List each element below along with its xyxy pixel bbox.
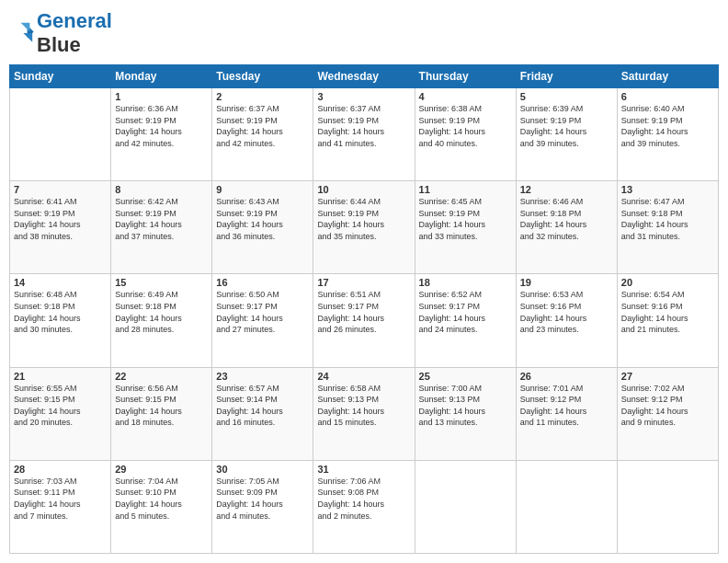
- calendar-cell: 17Sunrise: 6:51 AM Sunset: 9:17 PM Dayli…: [313, 274, 415, 367]
- day-info: Sunrise: 6:52 AM Sunset: 9:17 PM Dayligh…: [419, 289, 512, 335]
- calendar-week-row: 7Sunrise: 6:41 AM Sunset: 9:19 PM Daylig…: [10, 181, 719, 274]
- calendar-cell: 18Sunrise: 6:52 AM Sunset: 9:17 PM Dayli…: [415, 274, 516, 367]
- day-info: Sunrise: 7:03 AM Sunset: 9:11 PM Dayligh…: [14, 476, 107, 522]
- day-number: 26: [520, 371, 613, 382]
- weekday-header-cell: Sunday: [10, 65, 111, 88]
- calendar-cell: 31Sunrise: 7:06 AM Sunset: 9:08 PM Dayli…: [313, 460, 415, 553]
- calendar-week-row: 14Sunrise: 6:48 AM Sunset: 9:18 PM Dayli…: [10, 274, 719, 367]
- day-info: Sunrise: 6:41 AM Sunset: 9:19 PM Dayligh…: [14, 196, 107, 242]
- logo-icon: [9, 20, 35, 46]
- day-info: Sunrise: 6:46 AM Sunset: 9:18 PM Dayligh…: [520, 196, 613, 242]
- calendar-week-row: 21Sunrise: 6:55 AM Sunset: 9:15 PM Dayli…: [10, 367, 719, 460]
- calendar-cell: 29Sunrise: 7:04 AM Sunset: 9:10 PM Dayli…: [111, 460, 212, 553]
- day-number: 30: [216, 464, 309, 475]
- weekday-header-cell: Monday: [111, 65, 212, 88]
- day-info: Sunrise: 6:42 AM Sunset: 9:19 PM Dayligh…: [115, 196, 208, 242]
- day-info: Sunrise: 6:50 AM Sunset: 9:17 PM Dayligh…: [216, 289, 309, 335]
- day-info: Sunrise: 6:37 AM Sunset: 9:19 PM Dayligh…: [317, 103, 410, 149]
- calendar-cell: [415, 460, 516, 553]
- day-number: 25: [419, 371, 512, 382]
- day-number: 23: [216, 371, 309, 382]
- day-number: 2: [216, 91, 309, 102]
- calendar-cell: 9Sunrise: 6:43 AM Sunset: 9:19 PM Daylig…: [212, 181, 313, 274]
- calendar-cell: 22Sunrise: 6:56 AM Sunset: 9:15 PM Dayli…: [111, 367, 212, 460]
- day-number: 12: [520, 184, 613, 195]
- day-number: 5: [520, 91, 613, 102]
- day-number: 17: [317, 277, 410, 288]
- calendar-cell: 14Sunrise: 6:48 AM Sunset: 9:18 PM Dayli…: [10, 274, 111, 367]
- calendar-cell: 25Sunrise: 7:00 AM Sunset: 9:13 PM Dayli…: [415, 367, 516, 460]
- weekday-header-cell: Tuesday: [212, 65, 313, 88]
- day-info: Sunrise: 6:47 AM Sunset: 9:18 PM Dayligh…: [621, 196, 714, 242]
- calendar: SundayMondayTuesdayWednesdayThursdayFrid…: [9, 64, 719, 554]
- weekday-header: SundayMondayTuesdayWednesdayThursdayFrid…: [10, 65, 719, 88]
- calendar-cell: 8Sunrise: 6:42 AM Sunset: 9:19 PM Daylig…: [111, 181, 212, 274]
- calendar-cell: [516, 460, 617, 553]
- calendar-cell: 30Sunrise: 7:05 AM Sunset: 9:09 PM Dayli…: [212, 460, 313, 553]
- day-number: 7: [14, 184, 107, 195]
- calendar-cell: 13Sunrise: 6:47 AM Sunset: 9:18 PM Dayli…: [617, 181, 718, 274]
- day-info: Sunrise: 6:40 AM Sunset: 9:19 PM Dayligh…: [621, 103, 714, 149]
- day-info: Sunrise: 6:57 AM Sunset: 9:14 PM Dayligh…: [216, 383, 309, 429]
- calendar-cell: 24Sunrise: 6:58 AM Sunset: 9:13 PM Dayli…: [313, 367, 415, 460]
- calendar-cell: 2Sunrise: 6:37 AM Sunset: 9:19 PM Daylig…: [212, 88, 313, 181]
- calendar-cell: [10, 88, 111, 181]
- calendar-week-row: 1Sunrise: 6:36 AM Sunset: 9:19 PM Daylig…: [10, 88, 719, 181]
- day-number: 9: [216, 184, 309, 195]
- weekday-header-cell: Saturday: [617, 65, 718, 88]
- day-info: Sunrise: 6:58 AM Sunset: 9:13 PM Dayligh…: [317, 383, 410, 429]
- calendar-cell: 1Sunrise: 6:36 AM Sunset: 9:19 PM Daylig…: [111, 88, 212, 181]
- day-info: Sunrise: 6:45 AM Sunset: 9:19 PM Dayligh…: [419, 196, 512, 242]
- day-info: Sunrise: 6:36 AM Sunset: 9:19 PM Dayligh…: [115, 103, 208, 149]
- calendar-cell: 4Sunrise: 6:38 AM Sunset: 9:19 PM Daylig…: [415, 88, 516, 181]
- calendar-cell: 3Sunrise: 6:37 AM Sunset: 9:19 PM Daylig…: [313, 88, 415, 181]
- day-info: Sunrise: 7:02 AM Sunset: 9:12 PM Dayligh…: [621, 383, 714, 429]
- day-number: 22: [115, 371, 208, 382]
- day-number: 10: [317, 184, 410, 195]
- page: GeneralBlue SundayMondayTuesdayWednesday…: [0, 0, 728, 563]
- logo: GeneralBlue: [9, 9, 112, 57]
- day-info: Sunrise: 7:04 AM Sunset: 9:10 PM Dayligh…: [115, 476, 208, 522]
- calendar-body: 1Sunrise: 6:36 AM Sunset: 9:19 PM Daylig…: [10, 88, 719, 554]
- header: GeneralBlue: [9, 9, 719, 57]
- svg-marker-1: [21, 23, 30, 32]
- day-info: Sunrise: 6:38 AM Sunset: 9:19 PM Dayligh…: [419, 103, 512, 149]
- day-info: Sunrise: 6:37 AM Sunset: 9:19 PM Dayligh…: [216, 103, 309, 149]
- calendar-cell: 7Sunrise: 6:41 AM Sunset: 9:19 PM Daylig…: [10, 181, 111, 274]
- calendar-cell: 10Sunrise: 6:44 AM Sunset: 9:19 PM Dayli…: [313, 181, 415, 274]
- day-number: 18: [419, 277, 512, 288]
- calendar-cell: 11Sunrise: 6:45 AM Sunset: 9:19 PM Dayli…: [415, 181, 516, 274]
- day-info: Sunrise: 6:39 AM Sunset: 9:19 PM Dayligh…: [520, 103, 613, 149]
- calendar-cell: [617, 460, 718, 553]
- day-info: Sunrise: 7:05 AM Sunset: 9:09 PM Dayligh…: [216, 476, 309, 522]
- calendar-cell: 16Sunrise: 6:50 AM Sunset: 9:17 PM Dayli…: [212, 274, 313, 367]
- calendar-cell: 6Sunrise: 6:40 AM Sunset: 9:19 PM Daylig…: [617, 88, 718, 181]
- day-number: 28: [14, 464, 107, 475]
- day-info: Sunrise: 6:43 AM Sunset: 9:19 PM Dayligh…: [216, 196, 309, 242]
- day-number: 6: [621, 91, 714, 102]
- day-number: 13: [621, 184, 714, 195]
- day-number: 21: [14, 371, 107, 382]
- day-number: 4: [419, 91, 512, 102]
- weekday-header-cell: Thursday: [415, 65, 516, 88]
- day-number: 11: [419, 184, 512, 195]
- calendar-cell: 21Sunrise: 6:55 AM Sunset: 9:15 PM Dayli…: [10, 367, 111, 460]
- day-number: 3: [317, 91, 410, 102]
- weekday-header-cell: Friday: [516, 65, 617, 88]
- day-info: Sunrise: 6:48 AM Sunset: 9:18 PM Dayligh…: [14, 289, 107, 335]
- day-info: Sunrise: 6:53 AM Sunset: 9:16 PM Dayligh…: [520, 289, 613, 335]
- calendar-cell: 5Sunrise: 6:39 AM Sunset: 9:19 PM Daylig…: [516, 88, 617, 181]
- day-info: Sunrise: 6:54 AM Sunset: 9:16 PM Dayligh…: [621, 289, 714, 335]
- day-info: Sunrise: 6:51 AM Sunset: 9:17 PM Dayligh…: [317, 289, 410, 335]
- day-number: 19: [520, 277, 613, 288]
- day-info: Sunrise: 6:56 AM Sunset: 9:15 PM Dayligh…: [115, 383, 208, 429]
- day-number: 31: [317, 464, 410, 475]
- day-number: 20: [621, 277, 714, 288]
- day-info: Sunrise: 6:55 AM Sunset: 9:15 PM Dayligh…: [14, 383, 107, 429]
- calendar-cell: 27Sunrise: 7:02 AM Sunset: 9:12 PM Dayli…: [617, 367, 718, 460]
- calendar-cell: 26Sunrise: 7:01 AM Sunset: 9:12 PM Dayli…: [516, 367, 617, 460]
- day-number: 15: [115, 277, 208, 288]
- logo-text: GeneralBlue: [37, 9, 112, 57]
- day-number: 8: [115, 184, 208, 195]
- day-number: 27: [621, 371, 714, 382]
